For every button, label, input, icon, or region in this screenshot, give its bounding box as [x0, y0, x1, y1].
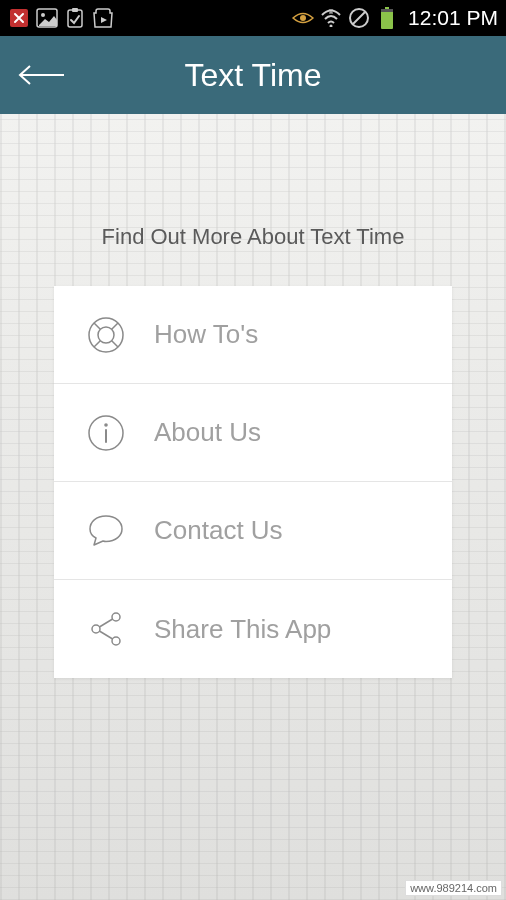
status-system: 12:01 PM — [292, 6, 498, 30]
menu-item-share-app[interactable]: Share This App — [54, 580, 452, 678]
info-icon — [84, 411, 128, 455]
svg-point-22 — [112, 613, 120, 621]
content-area: Find Out More About Text Time How To's — [0, 114, 506, 900]
app-title: Text Time — [0, 57, 506, 94]
close-notification-icon — [8, 7, 30, 29]
status-bar: 12:01 PM — [0, 0, 506, 36]
svg-line-26 — [99, 631, 112, 639]
wifi-icon — [320, 7, 342, 29]
app-bar: Text Time — [0, 36, 506, 114]
share-icon — [84, 607, 128, 651]
battery-icon — [376, 7, 398, 29]
svg-line-17 — [94, 340, 100, 346]
svg-point-14 — [98, 327, 114, 343]
menu-card: How To's About Us Contact Us — [54, 286, 452, 678]
svg-point-6 — [330, 25, 333, 28]
page-subtitle: Find Out More About Text Time — [0, 114, 506, 286]
menu-item-contact-us[interactable]: Contact Us — [54, 482, 452, 580]
svg-line-8 — [353, 12, 365, 24]
svg-rect-11 — [381, 9, 393, 12]
lifebuoy-icon — [84, 313, 128, 357]
menu-item-label: Share This App — [154, 614, 331, 645]
svg-point-5 — [300, 15, 306, 21]
back-arrow-icon — [16, 63, 66, 87]
svg-point-24 — [112, 637, 120, 645]
block-icon — [348, 7, 370, 29]
svg-rect-4 — [72, 8, 78, 12]
back-button[interactable] — [16, 60, 66, 90]
status-time: 12:01 PM — [408, 6, 498, 30]
menu-item-about-us[interactable]: About Us — [54, 384, 452, 482]
menu-item-how-tos[interactable]: How To's — [54, 286, 452, 384]
menu-item-label: Contact Us — [154, 515, 283, 546]
svg-line-15 — [94, 323, 100, 329]
svg-rect-9 — [385, 7, 389, 9]
menu-item-label: How To's — [154, 319, 258, 350]
svg-line-16 — [112, 323, 118, 329]
svg-point-20 — [104, 423, 108, 427]
clipboard-notification-icon — [64, 7, 86, 29]
svg-rect-3 — [68, 10, 82, 27]
chat-icon — [84, 509, 128, 553]
play-store-notification-icon — [92, 7, 114, 29]
eye-icon — [292, 7, 314, 29]
menu-item-label: About Us — [154, 417, 261, 448]
image-notification-icon — [36, 7, 58, 29]
svg-point-2 — [41, 13, 45, 17]
status-notifications — [8, 7, 114, 29]
svg-line-25 — [99, 619, 112, 627]
svg-line-18 — [112, 340, 118, 346]
watermark: www.989214.com — [405, 880, 502, 896]
svg-point-23 — [92, 625, 100, 633]
